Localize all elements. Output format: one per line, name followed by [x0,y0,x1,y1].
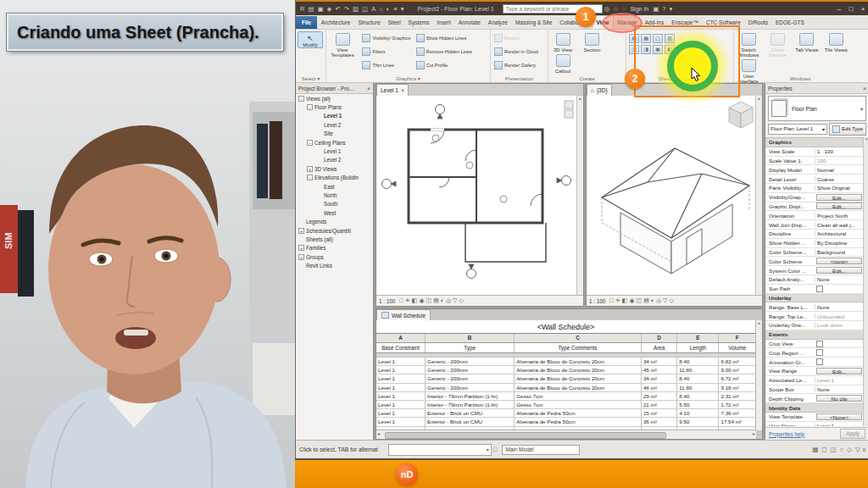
property-value[interactable]: Edit... [816,368,862,374]
view-control-icon[interactable]: ☀ [405,297,410,305]
qat-icon[interactable]: ≡ [393,5,397,13]
tree-expander[interactable] [298,263,304,269]
view-control-icon[interactable]: ◐ [651,297,654,305]
view-control-icon[interactable]: ◉ [419,297,424,305]
qat-icon[interactable]: ▥ [353,5,359,13]
property-row[interactable]: Wall Join Disp... Clean all wall j... [765,220,864,230]
property-row[interactable]: Sun Path [765,285,864,294]
tree-expander[interactable] [316,130,322,136]
property-row[interactable]: Extents [765,330,864,340]
app-store-icon[interactable]: ▣ [653,5,659,13]
property-value[interactable]: None [815,386,864,392]
properties-help-link[interactable]: Properties help [769,431,804,437]
minimize-button[interactable]: – [833,5,845,13]
ribbon-tab[interactable]: Analyze [484,16,511,29]
tree-expander[interactable] [316,113,322,119]
property-value[interactable]: Clean all wall j... [815,222,864,228]
tree-item[interactable]: + Schedules/Quantiti [296,226,373,235]
favorites-icon[interactable]: ☆ [613,5,619,13]
view-control-icon[interactable]: ☀ [615,297,620,305]
property-row[interactable]: Crop View [765,340,864,349]
tree-item[interactable]: − Elevations (Buildin [296,174,373,182]
property-value[interactable]: Look down [815,322,864,328]
ribbon-tab[interactable]: Annotate [454,16,484,29]
property-row[interactable]: Graphic Displ... Edit... [765,202,864,212]
property-value[interactable]: Background [815,249,864,255]
property-row[interactable]: Underlay [765,294,864,303]
column-header[interactable]: Length [677,343,719,352]
3d-view-button[interactable]: 3D View [550,31,576,53]
qat-icon[interactable]: ↶ [335,5,340,13]
schedule-table[interactable]: <Wall Schedule> ABCDEF Base ConstraintTy… [376,320,756,430]
3d-view-canvas[interactable]: ▲ [587,96,762,295]
view-control-icon[interactable]: ◇ [459,297,464,305]
panel-graphics-label[interactable]: Graphics ▾ [326,75,490,81]
property-row[interactable]: Detail Level Coarse [765,175,864,184]
ribbon-tab[interactable]: Systems [404,16,433,29]
tree-expander[interactable]: − [307,140,313,146]
section-button[interactable]: Section [579,31,604,53]
property-row[interactable]: Annotation Cr... [765,358,864,367]
property-row[interactable]: Graphics [765,138,864,147]
cut-profile-button[interactable]: Cut Profile [416,58,472,72]
instance-dropdown-icon[interactable]: ▾ [822,126,825,132]
panel-select-label[interactable]: Select ▾ [296,75,326,81]
view-control-icon[interactable]: ◧ [412,297,418,305]
properties-header[interactable]: Properties × [765,83,868,94]
property-value[interactable] [815,358,864,365]
tree-expander[interactable]: − [307,175,313,180]
property-value[interactable]: Coarse [815,176,864,182]
tree-item[interactable]: Level 1 [296,112,373,120]
tree-expander[interactable] [316,201,322,207]
type-selector[interactable]: Floor Plan ▾ [768,96,866,121]
view-control-icon[interactable]: ◎ [446,297,451,305]
plan-view-tab[interactable]: Level 1 × [376,84,409,96]
property-value[interactable]: 1 : 100 [815,148,864,154]
selection-tool-icon[interactable]: ▽ [855,446,860,453]
tree-expander[interactable] [316,157,322,163]
help-dropdown-icon[interactable]: ▾ [669,5,672,13]
selection-tool-icon[interactable]: ▦ [812,446,818,453]
property-value[interactable]: 100 [815,158,864,164]
qat-icon[interactable]: ◫ [362,5,368,13]
property-row[interactable]: Default Analy... None [765,275,864,285]
property-value[interactable]: <none> [816,258,862,264]
plan-view-close-icon[interactable]: × [401,87,404,93]
schedule-hscrollbar[interactable]: ◂ ▸ [376,430,756,439]
view-templates-button[interactable]: View Templates [328,31,357,58]
property-value[interactable] [815,349,864,356]
3d-view-tab[interactable]: ⌂ {3D} [587,84,612,96]
ribbon-tab[interactable]: File [296,16,317,29]
qat-icon[interactable]: ▾ [401,5,404,13]
property-row[interactable]: Crop Region ... [765,348,864,358]
schedule-row[interactable]: Level 1Exterior - Brick on CMUAlvenaria … [376,418,755,426]
tree-item[interactable]: − Floor Plans [296,103,373,111]
schedule-row[interactable]: Level 1Generic - 200mmAlvenaria de Bloco… [376,366,755,374]
column-header[interactable]: Area [642,343,677,352]
property-row[interactable]: Associated Le... Level 1 [765,376,864,385]
view-control-icon[interactable]: ◎ [656,297,661,305]
property-row[interactable]: System Color ... Edit... [765,266,864,275]
visibility-graphics-button[interactable]: Visibility/ Graphics [362,31,410,45]
tree-expander[interactable] [316,192,322,198]
qat-icon[interactable]: ◈ [327,5,332,13]
tree-expander[interactable]: − [307,104,313,110]
tree-item[interactable]: + Families [296,244,373,252]
quick-access-toolbar[interactable]: R ▤ ▣ ◈ ↶ ↷ ▥ ◫ A ⌂ [298,5,405,13]
tree-expander[interactable]: + [298,245,304,251]
property-row[interactable]: Range: Top Le... Unbounded [765,312,864,321]
callout-button[interactable]: Callout [550,53,576,74]
property-value[interactable]: Normal [815,167,864,173]
property-value[interactable]: None [815,276,864,282]
schedule-vscrollbar[interactable]: ▲ [755,320,762,430]
property-row[interactable]: View Scale 1 : 100 [765,147,864,157]
view-control-icon[interactable]: □ [399,297,403,305]
tree-expander[interactable] [298,219,304,225]
tree-item[interactable]: Level 2 [296,120,373,129]
view-control-icon[interactable]: ◉ [629,297,634,305]
tree-item[interactable]: + 3D Views [296,164,373,173]
view-control-icon[interactable]: ◐ [441,297,444,305]
design-options-dropdown[interactable]: Main Model [502,445,580,455]
tree-item[interactable]: Level 1 [296,147,373,155]
modify-button[interactable]: ↖ Modify [298,31,323,48]
